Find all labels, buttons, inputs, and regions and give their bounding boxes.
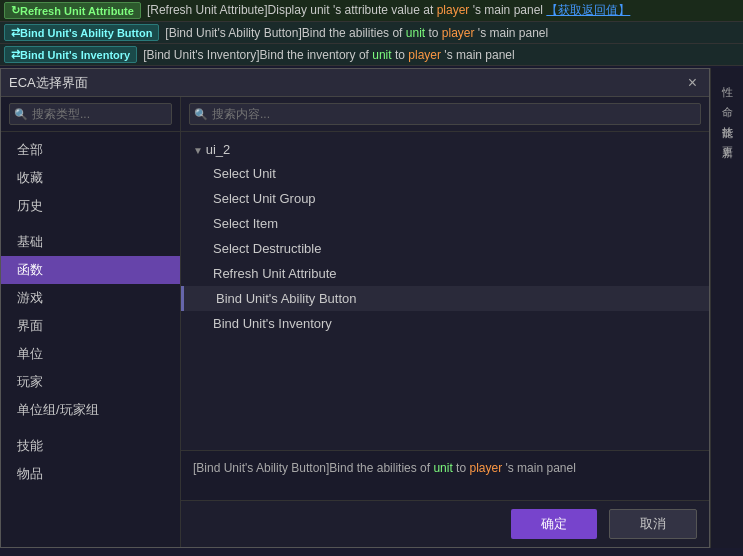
sidebar-item-game[interactable]: 游戏: [1, 284, 180, 312]
content-search-icon: 🔍: [194, 108, 208, 121]
content-list: ui_2 Select Unit Select Unit Group Selec…: [181, 132, 709, 450]
banner-row-1: ↻ Refresh Unit Attribute [Refresh Unit A…: [0, 0, 743, 22]
sidebar-item-player[interactable]: 玩家: [1, 368, 180, 396]
sidebar-item-all[interactable]: 全部: [1, 136, 180, 164]
banner-tag-1[interactable]: ↻ Refresh Unit Attribute: [4, 2, 141, 19]
tree-item-select-destructible[interactable]: Select Destructible: [181, 236, 709, 261]
sidebar-item-history[interactable]: 历史: [1, 192, 180, 220]
sidebar-search-input[interactable]: [9, 103, 172, 125]
sidebar-item-unitgroup[interactable]: 单位组/玩家组: [1, 396, 180, 424]
dialog-titlebar: ECA选择界面 ×: [1, 69, 709, 97]
close-button[interactable]: ×: [684, 75, 701, 91]
banner-tag-label: Refresh Unit Attribute: [20, 5, 134, 17]
dialog-body: 🔍 全部 收藏 历史 基础 函数 游戏 界面 单位 玩家 单位组/玩家组 技能 …: [1, 97, 709, 547]
banner-text-2: [Bind Unit's Ability Button]Bind the abi…: [165, 26, 548, 40]
banner-row-3: ⇄ Bind Unit's Inventory [Bind Unit's Inv…: [0, 44, 743, 66]
banner-tag-3[interactable]: ⇄ Bind Unit's Inventory: [4, 46, 137, 63]
banner-row-2: ⇄ Bind Unit's Ability Button [Bind Unit'…: [0, 22, 743, 44]
sidebar-item-ui[interactable]: 界面: [1, 312, 180, 340]
tree-item-select-unit-group[interactable]: Select Unit Group: [181, 186, 709, 211]
sidebar-item-favorites[interactable]: 收藏: [1, 164, 180, 192]
description-text: [Bind Unit's Ability Button]Bind the abi…: [193, 461, 576, 475]
banner-text-3: [Bind Unit's Inventory]Bind the inventor…: [143, 48, 514, 62]
tree-item-refresh-unit-attribute[interactable]: Refresh Unit Attribute: [181, 261, 709, 286]
sidebar: 🔍 全部 收藏 历史 基础 函数 游戏 界面 单位 玩家 单位组/玩家组 技能 …: [1, 97, 181, 547]
dialog-title: ECA选择界面: [9, 74, 88, 92]
return-value-link[interactable]: 【获取返回值】: [546, 3, 630, 17]
tree-item-select-unit[interactable]: Select Unit: [181, 161, 709, 186]
confirm-button[interactable]: 确定: [511, 509, 597, 539]
tree-parent-ui2[interactable]: ui_2: [181, 138, 709, 161]
banner-text-1: [Refresh Unit Attribute]Display unit 's …: [147, 2, 630, 19]
cancel-button[interactable]: 取消: [609, 509, 697, 539]
dialog-footer: 确定 取消: [181, 500, 709, 547]
content-area: 🔍 ui_2 Select Unit Select Unit Group Sel…: [181, 97, 709, 547]
banner-tag-icon: ↻: [11, 4, 20, 17]
eca-dialog: ECA选择界面 × 🔍 全部 收藏 历史 基础 函数 游戏 界面 单位 玩: [0, 68, 710, 548]
content-search-input[interactable]: [189, 103, 701, 125]
sidebar-search-icon: 🔍: [14, 108, 28, 121]
tree-item-bind-ability-button[interactable]: Bind Unit's Ability Button: [181, 286, 709, 311]
sidebar-item-functions[interactable]: 函数: [1, 256, 180, 284]
right-panel: 性 命 技能 更新: [710, 68, 743, 548]
banner-tag-2[interactable]: ⇄ Bind Unit's Ability Button: [4, 24, 159, 41]
banner-tag-icon-3: ⇄: [11, 48, 20, 61]
sidebar-item-ability[interactable]: 技能: [1, 432, 180, 460]
tree-item-select-item[interactable]: Select Item: [181, 211, 709, 236]
sidebar-item-unit[interactable]: 单位: [1, 340, 180, 368]
tree-item-bind-inventory[interactable]: Bind Unit's Inventory: [181, 311, 709, 336]
sidebar-item-basic[interactable]: 基础: [1, 228, 180, 256]
content-search-container: 🔍: [181, 97, 709, 132]
sidebar-item-item[interactable]: 物品: [1, 460, 180, 488]
banner-tag-label-3: Bind Unit's Inventory: [20, 49, 130, 61]
banner-tag-label-2: Bind Unit's Ability Button: [20, 27, 152, 39]
banner-tag-icon-2: ⇄: [11, 26, 20, 39]
sidebar-search-container: 🔍: [1, 97, 180, 132]
sidebar-list: 全部 收藏 历史 基础 函数 游戏 界面 单位 玩家 单位组/玩家组 技能 物品: [1, 132, 180, 547]
description-area: [Bind Unit's Ability Button]Bind the abi…: [181, 450, 709, 500]
